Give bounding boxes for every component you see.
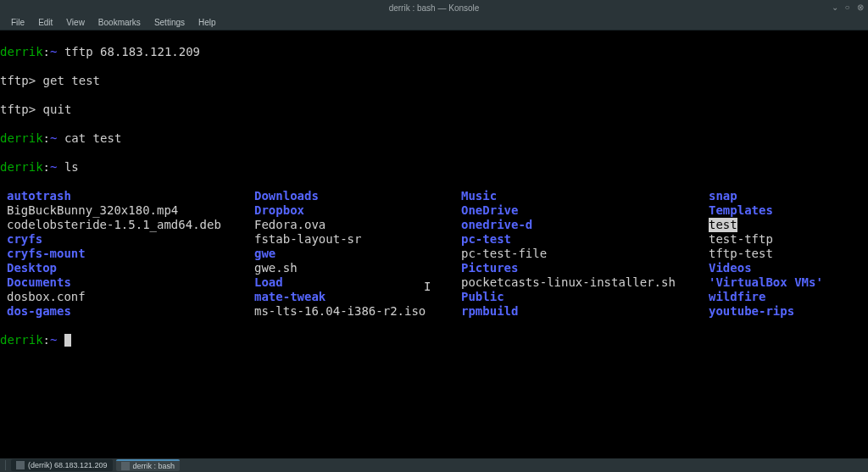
maximize-button[interactable]: ○ — [843, 3, 852, 12]
terminal-icon — [16, 461, 25, 469]
list-item: BigBuckBunny_320x180.mp4 — [7, 203, 254, 218]
window-titlebar: derrik : bash — Konsole ⌄ ○ ⊗ — [0, 0, 868, 15]
list-item: gwe.sh — [254, 261, 461, 275]
prompt-user: derrik — [0, 160, 43, 174]
cmd-ls: ls — [64, 160, 79, 174]
taskbar-label: (derrik) 68.183.121.209 — [28, 461, 108, 469]
list-item: Documents — [7, 275, 254, 290]
menu-file[interactable]: File — [5, 16, 31, 29]
menu-edit[interactable]: Edit — [32, 16, 58, 29]
list-item: Videos — [709, 261, 868, 275]
list-item: Public — [461, 290, 709, 304]
text-cursor-icon: I — [424, 280, 431, 293]
terminal-icon — [121, 462, 130, 470]
taskbar-item-ssh[interactable]: (derrik) 68.183.121.209 — [11, 459, 113, 471]
list-item: Templates — [709, 203, 868, 218]
terminal-cursor — [64, 334, 71, 347]
close-button[interactable]: ⊗ — [855, 3, 865, 12]
list-item: pocketcasts-linux-installer.sh — [461, 275, 709, 290]
list-item: cryfs-mount — [7, 247, 254, 261]
taskbar-separator — [5, 460, 6, 470]
tftp-prompt: tftp> — [0, 74, 36, 87]
list-item: Fedora.ova — [254, 218, 461, 232]
ls-col-1: autotrash BigBuckBunny_320x180.mp4 codel… — [0, 189, 254, 319]
list-item: Downloads — [254, 189, 461, 203]
list-item: snap — [709, 189, 868, 203]
menu-bar: File Edit View Bookmarks Settings Help — [0, 15, 868, 31]
taskbar: (derrik) 68.183.121.209 derrik : bash — [0, 458, 868, 472]
list-item: wildfire — [709, 290, 868, 304]
window-controls: ⌄ ○ ⊗ — [830, 3, 865, 12]
prompt-user: derrik — [0, 131, 43, 145]
tftp-prompt: tftp> — [0, 103, 36, 116]
terminal-area[interactable]: derrik:~ tftp 68.183.121.209 tftp> get t… — [0, 31, 868, 458]
prompt-user: derrik — [0, 45, 43, 58]
list-item: youtube-rips — [709, 304, 868, 319]
menu-view[interactable]: View — [60, 16, 91, 29]
ls-col-2: Downloads Dropbox Fedora.ova fstab-layou… — [254, 189, 461, 319]
cmd-tftp: tftp 68.183.121.209 — [64, 45, 200, 58]
ls-output: autotrash BigBuckBunny_320x180.mp4 codel… — [0, 189, 868, 319]
menu-settings[interactable]: Settings — [148, 16, 191, 29]
menu-bookmarks[interactable]: Bookmarks — [92, 16, 147, 29]
minimize-button[interactable]: ⌄ — [830, 3, 839, 12]
list-item: gwe — [254, 247, 461, 261]
list-item: dosbox.conf — [7, 290, 254, 304]
list-item: fstab-layout-sr — [254, 232, 461, 247]
list-item: Dropbox — [254, 203, 461, 218]
prompt-user: derrik — [0, 333, 43, 347]
list-item: pc-test-file — [461, 247, 709, 261]
list-item: rpmbuild — [461, 304, 709, 319]
list-item: test — [709, 218, 868, 232]
window-title: derrik : bash — Konsole — [389, 3, 480, 13]
list-item: 'VirtualBox VMs' — [709, 275, 868, 290]
menu-help[interactable]: Help — [192, 16, 222, 29]
list-item: cryfs — [7, 232, 254, 247]
list-item: codelobsteride-1.5.1_amd64.deb — [7, 218, 254, 232]
list-item: Pictures — [461, 261, 709, 275]
prompt-sep: : — [43, 45, 50, 58]
ls-col-4: snap Templates test test-tftp tftp-test … — [709, 189, 868, 319]
list-item: autotrash — [7, 189, 254, 203]
list-item: OneDrive — [461, 203, 709, 218]
list-item: test-tftp — [709, 232, 868, 247]
list-item: Music — [461, 189, 709, 203]
taskbar-item-bash[interactable]: derrik : bash — [116, 459, 181, 471]
cmd-cat: cat test — [64, 131, 121, 145]
list-item: ms-lts-16.04-i386-r2.iso — [254, 304, 461, 319]
list-item: pc-test — [461, 232, 709, 247]
cmd-get: get test — [43, 74, 100, 87]
cmd-quit: quit — [43, 103, 72, 116]
list-item: Desktop — [7, 261, 254, 275]
taskbar-label: derrik : bash — [133, 462, 175, 470]
list-item: tftp-test — [709, 247, 868, 261]
list-item: dos-games — [7, 304, 254, 319]
ls-col-3: Music OneDrive onedrive-d pc-test pc-tes… — [461, 189, 709, 319]
list-item: onedrive-d — [461, 218, 709, 232]
